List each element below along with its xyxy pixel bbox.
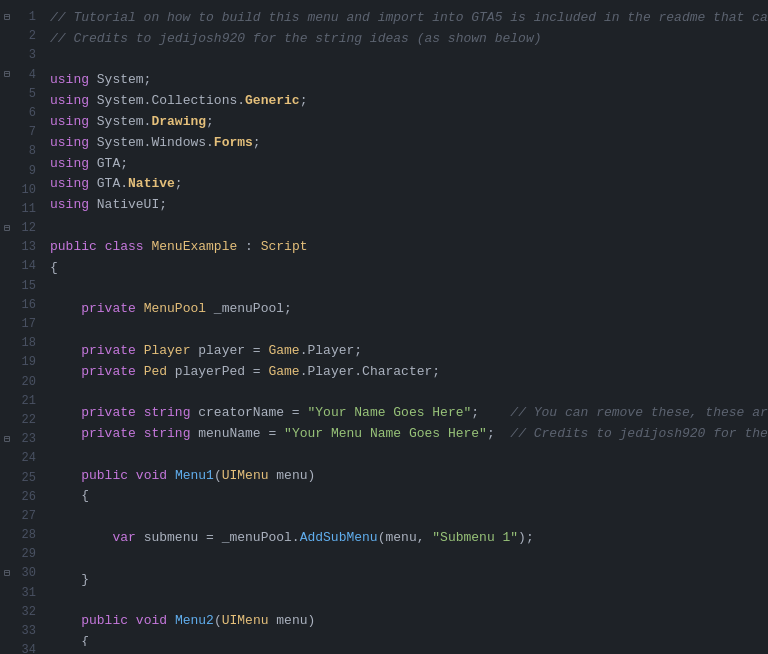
gutter-line: 8 [0, 142, 36, 161]
token-plain: { [81, 632, 89, 646]
token-keyword: private [81, 299, 136, 320]
gutter-line: 22 [0, 411, 36, 430]
line-number: 16 [16, 296, 36, 315]
line-number: 5 [16, 85, 36, 104]
code-line: } [50, 570, 768, 591]
token-keyword: using [50, 91, 89, 112]
token-plain [136, 341, 144, 362]
token-indent1 [50, 570, 81, 591]
gutter-line: 16 [0, 296, 36, 315]
token-type: UIMenu [222, 611, 269, 632]
gutter-line: ⊟12 [4, 219, 36, 238]
gutter-line: 10 [0, 181, 36, 200]
line-numbers: ⊟1 2 3⊟4 5 6 7 8 9 10 11⊟12 13 14 15 16 … [0, 8, 42, 646]
line-number: 23 [16, 430, 36, 449]
token-keyword: using [50, 154, 89, 175]
line-number: 6 [16, 104, 36, 123]
token-keyword: string [144, 403, 191, 424]
token-keyword: public [81, 611, 128, 632]
token-plain: playerPed = [167, 362, 268, 383]
line-number: 13 [16, 238, 36, 257]
token-plain: System; [89, 70, 151, 91]
token-plain [128, 611, 136, 632]
token-keyword: void [136, 611, 167, 632]
code-line: // Credits to jedijosh920 for the string… [50, 29, 768, 50]
token-plain: menu) [269, 466, 316, 487]
line-number: 2 [16, 27, 36, 46]
token-plain [167, 611, 175, 632]
code-line: public void Menu2(UIMenu menu) [50, 611, 768, 632]
line-number: 27 [16, 507, 36, 526]
token-bold-type: Generic [245, 91, 300, 112]
token-keyword: using [50, 133, 89, 154]
token-comment: // Credits to jedijosh920 for the string… [495, 424, 768, 445]
token-plain: ; [175, 174, 183, 195]
fold-icon[interactable]: ⊟ [4, 566, 10, 582]
token-indent1 [50, 299, 81, 320]
code-line: private Player player = Game.Player; [50, 341, 768, 362]
token-plain: submenu = _menuPool. [136, 528, 300, 549]
gutter-line: 2 [0, 27, 36, 46]
code-line [50, 549, 768, 570]
line-number: 8 [16, 142, 36, 161]
token-class-name: Game [268, 341, 299, 362]
token-plain: } [81, 570, 89, 591]
line-number: 28 [16, 526, 36, 545]
code-line: { [50, 486, 768, 507]
token-plain: .Player.Character; [300, 362, 440, 383]
fold-icon[interactable]: ⊟ [4, 10, 10, 26]
code-line: using NativeUI; [50, 195, 768, 216]
fold-icon[interactable]: ⊟ [4, 67, 10, 83]
fold-icon[interactable]: ⊟ [4, 221, 10, 237]
token-type: UIMenu [222, 466, 269, 487]
token-keyword: using [50, 174, 89, 195]
fold-icon[interactable]: ⊟ [4, 432, 10, 448]
token-keyword: private [81, 362, 136, 383]
token-indent1 [50, 632, 81, 646]
gutter-line: 5 [0, 85, 36, 104]
token-keyword: using [50, 195, 89, 216]
token-type: Player [144, 341, 191, 362]
token-keyword: private [81, 341, 136, 362]
line-number: 24 [16, 449, 36, 468]
token-string: "Your Menu Name Goes Here" [284, 424, 487, 445]
token-plain [136, 424, 144, 445]
token-comment: // Credits to jedijosh920 for the string… [50, 29, 541, 50]
gutter-line: 20 [0, 373, 36, 392]
token-plain: ; [300, 91, 308, 112]
token-indent1 [50, 424, 81, 445]
token-plain [167, 466, 175, 487]
gutter-line: 34 [0, 641, 36, 654]
token-keyword: using [50, 70, 89, 91]
line-number: 1 [16, 8, 36, 27]
line-number: 15 [16, 277, 36, 296]
token-plain: menuName = [190, 424, 284, 445]
token-type: Ped [144, 362, 167, 383]
gutter-line: 26 [0, 488, 36, 507]
token-string: "Submenu 1" [432, 528, 518, 549]
token-keyword: private [81, 424, 136, 445]
code-line: using GTA.Native; [50, 174, 768, 195]
gutter-line: 15 [0, 277, 36, 296]
code-line: { [50, 632, 768, 646]
token-plain: GTA; [89, 154, 128, 175]
gutter-line: 6 [0, 104, 36, 123]
token-comment: // Tutorial on how to build this menu an… [50, 8, 768, 29]
token-plain: ; [253, 133, 261, 154]
line-number: 9 [16, 162, 36, 181]
code-line [50, 507, 768, 528]
token-plain: ( [214, 466, 222, 487]
token-plain: { [81, 486, 89, 507]
line-number: 22 [16, 411, 36, 430]
token-plain: System.Windows. [89, 133, 214, 154]
code-line [50, 445, 768, 466]
gutter-line: ⊟23 [4, 430, 36, 449]
token-plain: GTA. [89, 174, 128, 195]
code-line [50, 320, 768, 341]
code-line [50, 216, 768, 237]
line-number: 19 [16, 353, 36, 372]
code-line: private MenuPool _menuPool; [50, 299, 768, 320]
gutter-line: ⊟1 [4, 8, 36, 27]
line-number: 7 [16, 123, 36, 142]
token-plain: creatorName = [190, 403, 307, 424]
